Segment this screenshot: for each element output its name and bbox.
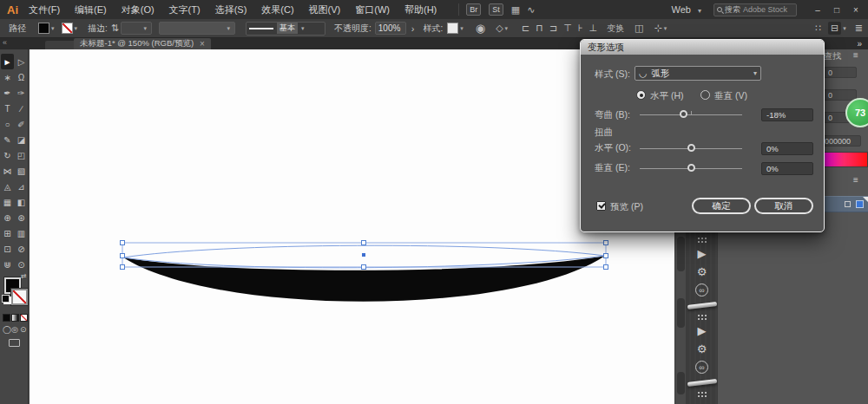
menu-item[interactable]: 效果(C) <box>261 3 293 16</box>
symbol-sprayer-tool[interactable]: ⊛ <box>15 210 28 225</box>
direct-selection-tool[interactable]: ▷ <box>15 54 28 69</box>
workspace-switcher[interactable]: Web ▾ <box>672 4 702 15</box>
horizontal-value-field[interactable]: 0% <box>761 142 813 155</box>
actions-play-icon[interactable]: ▶ <box>686 322 718 340</box>
rotate-tool[interactable]: ↻ <box>1 147 14 163</box>
panel-grip-icon[interactable] <box>697 314 707 320</box>
color-channel-field[interactable]: 0 <box>824 89 857 101</box>
ok-button[interactable]: 确定 <box>692 198 751 214</box>
bend-value-field[interactable]: -18% <box>761 108 813 121</box>
selection-handle[interactable] <box>121 241 125 245</box>
align-bottom-icon[interactable]: ⊥ <box>589 23 597 34</box>
panel-grip-icon[interactable] <box>697 391 707 397</box>
menu-item[interactable]: 选择(S) <box>215 3 247 16</box>
graph-tool[interactable]: ⊞ <box>1 225 14 241</box>
vertical-value-field[interactable]: 0% <box>761 162 813 175</box>
transform-label[interactable]: 变换 <box>607 23 624 35</box>
selection-tool[interactable]: ► <box>1 54 14 69</box>
paintbrush-tool[interactable]: ✐ <box>15 116 28 132</box>
preview-label[interactable]: 预览 (P) <box>610 201 643 213</box>
stock-badge[interactable]: St <box>489 3 503 16</box>
selection-handle[interactable] <box>121 265 125 270</box>
scale-tool[interactable]: ◰ <box>15 147 28 163</box>
perspective-grid-tool[interactable]: ⊿ <box>15 179 28 194</box>
lasso-tool[interactable]: Ω <box>15 69 28 85</box>
selection-handle[interactable] <box>604 241 608 245</box>
gear-icon[interactable]: ⚙ <box>686 340 718 358</box>
collapse-left-icon[interactable]: « <box>3 38 7 47</box>
shape-builder-tool[interactable]: ◬ <box>1 179 14 194</box>
ellipse-tool[interactable]: ○ <box>1 116 14 132</box>
brush-definition-dropdown[interactable]: 基本 ▾ <box>246 22 326 36</box>
menu-item[interactable]: 窗口(W) <box>355 3 390 16</box>
panel-menu-icon[interactable]: ≡ <box>853 175 858 185</box>
panel-title-fragment[interactable]: 查找 <box>824 50 841 62</box>
hand-tool[interactable]: ⋓ <box>1 257 14 272</box>
restore-button[interactable]: □ <box>830 5 844 15</box>
align-top-icon[interactable]: ⊤ <box>563 23 572 34</box>
vertical-slider-handle[interactable] <box>687 164 695 172</box>
free-transform-tool[interactable]: ▧ <box>15 163 28 179</box>
preview-checkbox[interactable] <box>596 201 606 211</box>
eyedropper-tool[interactable]: ⊕ <box>1 210 14 225</box>
opacity-field[interactable]: 100% <box>375 22 406 35</box>
horizontal-slider-handle[interactable] <box>687 144 695 152</box>
mesh-tool[interactable]: ▦ <box>1 194 14 210</box>
draw-inside-icon[interactable]: ⊙ <box>20 325 27 334</box>
screen-mode-icon[interactable] <box>9 339 20 347</box>
menu-item[interactable]: 帮助(H) <box>404 3 437 16</box>
creative-cloud-icon[interactable]: ∞ <box>686 358 718 376</box>
illustrator-logo[interactable]: Ai <box>7 3 18 16</box>
scrollbar-thumb[interactable] <box>677 237 685 271</box>
document-tab[interactable]: 未标题-1* @ 150% (RGB/预览) × <box>74 38 211 49</box>
selection-handle[interactable] <box>604 265 608 270</box>
panel-grip-icon[interactable] <box>697 237 707 243</box>
default-fill-stroke-icon[interactable] <box>2 295 10 303</box>
menu-item[interactable]: 编辑(E) <box>75 3 107 16</box>
zoom-tool[interactable]: ⊙ <box>15 257 28 272</box>
menu-item[interactable]: 视图(V) <box>309 3 341 16</box>
selected-panel-row[interactable] <box>819 196 868 212</box>
panel-toggle-icon[interactable]: ⊟ <box>828 22 841 35</box>
vertical-radio-label[interactable]: 垂直 (V) <box>714 90 747 102</box>
panel-menu-icon[interactable]: ≡ <box>853 50 858 60</box>
shaper-icon[interactable]: ◇ <box>496 23 503 34</box>
selection-handle[interactable] <box>604 254 608 258</box>
curvature-tool[interactable]: ✑ <box>15 85 28 101</box>
touch-workspace-icon[interactable]: ∿ <box>527 4 535 16</box>
width-tool[interactable]: ⋈ <box>1 163 14 179</box>
collapse-panels-icon[interactable]: » <box>857 39 862 49</box>
creative-cloud-icon[interactable]: ∞ <box>686 281 718 299</box>
hex-color-field[interactable]: 000000 <box>820 135 861 147</box>
isolate-selection-icon[interactable]: ⊹ <box>654 23 661 34</box>
minimize-button[interactable]: – <box>811 5 825 15</box>
gear-icon[interactable]: ⚙ <box>686 263 718 281</box>
horizontal-radio-label[interactable]: 水平 (H) <box>650 90 684 102</box>
menu-item[interactable]: 文字(T) <box>169 3 201 16</box>
draw-behind-icon[interactable]: ◎ <box>11 325 18 334</box>
draw-normal-icon[interactable]: ◯ <box>3 325 11 334</box>
type-tool[interactable]: T <box>1 101 14 116</box>
align-center-icon[interactable]: ⊓ <box>536 23 543 34</box>
menu-item[interactable]: 文件(F) <box>29 3 60 16</box>
pen-tool[interactable]: ✒ <box>1 85 14 101</box>
selection-handle[interactable] <box>121 254 125 258</box>
arrange-documents-icon[interactable]: ▦ <box>511 4 520 16</box>
bounding-box-icon[interactable]: ◫ <box>635 23 643 34</box>
document-setup-icon[interactable]: ◉ <box>476 22 485 35</box>
search-input[interactable]: 搜索 Adobe Stock <box>713 3 797 16</box>
stepper-icon[interactable]: ⇅ <box>111 23 119 34</box>
width-profile-dropdown[interactable]: ▾ <box>159 22 235 35</box>
swap-fill-stroke-icon[interactable]: ⇄ <box>21 272 27 280</box>
tab-close-icon[interactable]: × <box>200 39 205 49</box>
close-button[interactable]: × <box>849 5 863 15</box>
column-graph-tool[interactable]: ▥ <box>15 225 28 241</box>
stroke-weight-field[interactable]: ▾ <box>121 22 152 35</box>
stroke-color-swatch[interactable] <box>62 23 73 34</box>
align-left-icon[interactable]: ⊏ <box>522 23 529 34</box>
stroke-swatch[interactable] <box>11 289 28 305</box>
eraser-tool[interactable]: ◪ <box>15 132 28 147</box>
selection-handle[interactable] <box>362 265 366 270</box>
color-channel-field[interactable]: 0 <box>824 67 857 78</box>
bend-slider-handle[interactable] <box>680 110 687 118</box>
